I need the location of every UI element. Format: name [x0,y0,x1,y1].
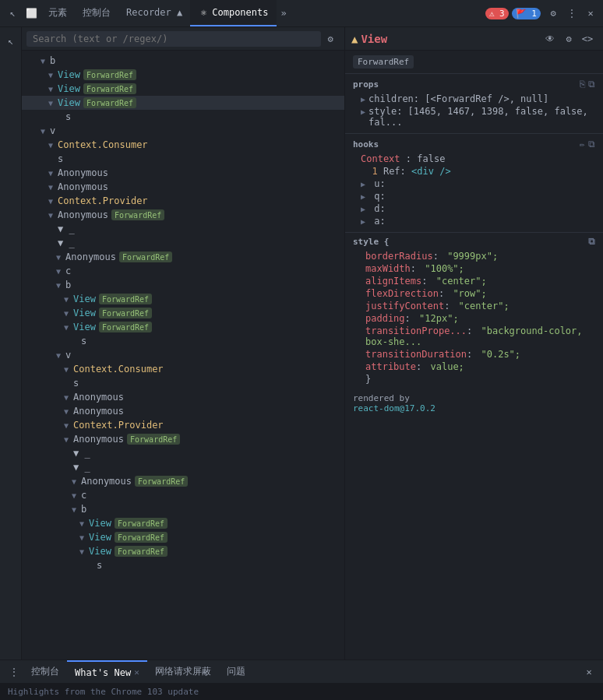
tree-expand-arrow[interactable]: ▼ [41,127,50,135]
tree-row[interactable]: ▼ _ [22,446,344,460]
tree-row[interactable]: ▼ViewForwardRef [22,68,344,82]
settings-icon[interactable]: ⚙ [544,4,562,23]
tree-row[interactable]: ▼ViewForwardRef [22,530,344,544]
inspector-icon[interactable]: ⬜ [22,4,41,23]
close-tab-icon[interactable]: ✕ [134,667,139,677]
eye-icon[interactable]: 👁 [541,30,559,48]
tree-expand-arrow[interactable]: ▼ [64,295,73,304]
expand-props-icon[interactable]: ⧉ [588,79,595,90]
cursor-icon[interactable]: ↖ [3,4,22,23]
tree-expand-arrow[interactable]: ▼ [64,421,73,430]
tree-expand-arrow[interactable]: ▼ [48,85,58,93]
tab-controls[interactable]: 控制台 [23,660,67,683]
tree-row[interactable]: ▼Context.Consumer [22,138,344,152]
copy-style-icon[interactable]: ⧉ [588,236,595,247]
close-devtools-btn[interactable]: ✕ [581,4,600,23]
tree-row[interactable]: s [22,110,344,124]
style-colon: : [444,301,455,311]
style-value: "center"; [459,301,510,311]
tree-expand-arrow[interactable]: ▼ [72,491,81,500]
tree-row[interactable]: ▼AnonymousForwardRef [22,432,344,446]
tree-expand-arrow[interactable]: ▼ [64,365,73,374]
edit-hooks-icon[interactable]: ✏ [580,139,585,149]
copy-props-icon[interactable]: ⎘ [580,79,585,90]
tree-row[interactable]: ▼ViewForwardRef [22,292,344,306]
tab-console[interactable]: 控制台 [75,0,118,26]
tree-row[interactable]: ▼AnonymousForwardRef [22,250,344,264]
copy-hooks-icon[interactable]: ⧉ [588,139,595,149]
tab-recorder[interactable]: Recorder ▲ [118,0,190,26]
tree-row[interactable]: ▼b [22,54,344,68]
tab-elements[interactable]: 元素 [41,0,75,26]
search-settings-icon[interactable]: ⚙ [321,30,340,48]
search-input[interactable] [26,31,321,47]
tree-expand-arrow[interactable]: ▼ [72,505,81,514]
tree-expand-arrow[interactable]: ▼ [64,407,73,416]
tree-expand-arrow[interactable]: ▼ [48,211,58,220]
tree-node-label: Context.Provider [58,195,148,206]
tree-expand-arrow[interactable]: ▼ [56,351,65,360]
tree-row[interactable]: ▼Context.Provider [22,194,344,208]
cursor-tool-icon[interactable]: ↖ [2,32,20,51]
rendered-by-value: react-dom@17.0.2 [353,403,436,413]
tree-expand-arrow[interactable]: ▼ [56,267,65,276]
tab-whats-new[interactable]: What's New ✕ [67,660,147,683]
tree-expand-arrow[interactable]: ▼ [64,309,73,318]
tree-row[interactable]: ▼ViewForwardRef [22,306,344,320]
tree-expand-arrow[interactable]: ▼ [79,533,89,542]
tree-row[interactable]: ▼b [22,502,344,516]
tree-row[interactable]: ▼ViewForwardRef [22,544,344,558]
tree-expand-arrow[interactable]: ▼ [48,169,58,178]
tree-row[interactable]: ▼ViewForwardRef [22,320,344,334]
tree-expand-arrow[interactable]: ▼ [79,519,89,528]
tree-row[interactable]: ▼Anonymous [22,166,344,180]
tree-expand-arrow[interactable]: ▼ [48,197,58,206]
tree-expand-arrow[interactable]: ▼ [48,99,58,107]
tree-row[interactable]: ▼v [22,348,344,362]
tree-row[interactable]: ▼Anonymous [22,180,344,194]
style-colon: : [411,263,421,274]
component-gear-icon[interactable]: ⚙ [559,30,578,48]
tree-row[interactable]: ▼ _ [22,236,344,250]
tree-row[interactable]: s [22,334,344,348]
tree-node-label: Anonymous [58,167,108,178]
tree-expand-arrow[interactable]: ▼ [48,141,58,149]
tab-network-block[interactable]: 网络请求屏蔽 [147,660,219,683]
tree-expand-arrow[interactable]: ▼ [64,393,73,402]
tree-row[interactable]: ▼AnonymousForwardRef [22,208,344,222]
tree-expand-arrow[interactable]: ▼ [64,435,73,444]
close-bottom-panel-icon[interactable]: ✕ [580,663,598,681]
style-colon: : [467,349,478,360]
tree-row[interactable]: ▼ViewForwardRef [22,96,344,110]
tree-row[interactable]: ▼AnonymousForwardRef [22,474,344,488]
tree-row[interactable]: ▼Context.Provider [22,418,344,432]
tree-row[interactable]: ▼c [22,488,344,502]
tree-row[interactable]: ▼b [22,278,344,292]
tree-row[interactable]: ▼Anonymous [22,404,344,418]
tree-row[interactable]: ▼ _ [22,460,344,474]
tree-row[interactable]: ▼Context.Consumer [22,362,344,376]
tree-expand-arrow[interactable]: ▼ [56,281,65,290]
more-tabs-btn[interactable]: » [277,8,291,19]
tree-row[interactable]: s [22,152,344,166]
bottom-more-icon[interactable]: ⋮ [5,663,23,681]
tab-issues[interactable]: 问题 [219,660,253,683]
tree-row[interactable]: ▼ViewForwardRef [22,82,344,96]
tree-expand-arrow[interactable]: ▼ [72,477,81,486]
tree-row[interactable]: ▼ _ [22,222,344,236]
tree-row[interactable]: ▼ViewForwardRef [22,516,344,530]
tree-expand-arrow[interactable]: ▼ [48,183,58,192]
tree-expand-arrow[interactable]: ▼ [79,547,89,556]
tree-row[interactable]: ▼v [22,124,344,138]
tree-row[interactable]: s [22,376,344,390]
tree-row[interactable]: s [22,558,344,572]
tree-expand-arrow[interactable]: ▼ [48,71,58,79]
code-icon[interactable]: <> [578,30,597,48]
tab-components[interactable]: ⚛ Components [190,0,276,26]
tree-expand-arrow[interactable]: ▼ [41,57,50,65]
tree-expand-arrow[interactable]: ▼ [56,253,65,262]
tree-row[interactable]: ▼c [22,264,344,278]
more-options-icon[interactable]: ⋮ [562,4,581,23]
tree-expand-arrow[interactable]: ▼ [64,323,73,332]
tree-row[interactable]: ▼Anonymous [22,390,344,404]
